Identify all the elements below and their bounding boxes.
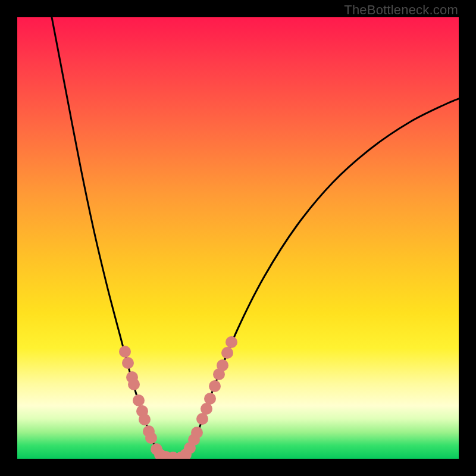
- highlight-dot: [133, 394, 145, 406]
- highlight-dot: [221, 347, 233, 359]
- curve-left-curve: [52, 17, 163, 458]
- highlight-dot: [209, 380, 221, 392]
- watermark-text: TheBottleneck.com: [344, 2, 458, 18]
- curve-right-curve: [184, 99, 459, 458]
- highlight-dot: [139, 414, 151, 425]
- chart-frame: TheBottleneck.com: [0, 0, 476, 476]
- plot-area: [17, 17, 459, 459]
- highlight-dot: [128, 378, 140, 390]
- highlight-dot: [145, 432, 157, 444]
- highlight-dot: [204, 393, 216, 405]
- highlight-dot: [122, 357, 134, 369]
- highlight-dot: [119, 346, 131, 358]
- highlight-dot: [191, 427, 203, 439]
- highlight-dot: [201, 403, 212, 415]
- highlight-dot: [226, 336, 237, 348]
- highlight-dot: [217, 359, 228, 371]
- curve-layer: [17, 17, 459, 459]
